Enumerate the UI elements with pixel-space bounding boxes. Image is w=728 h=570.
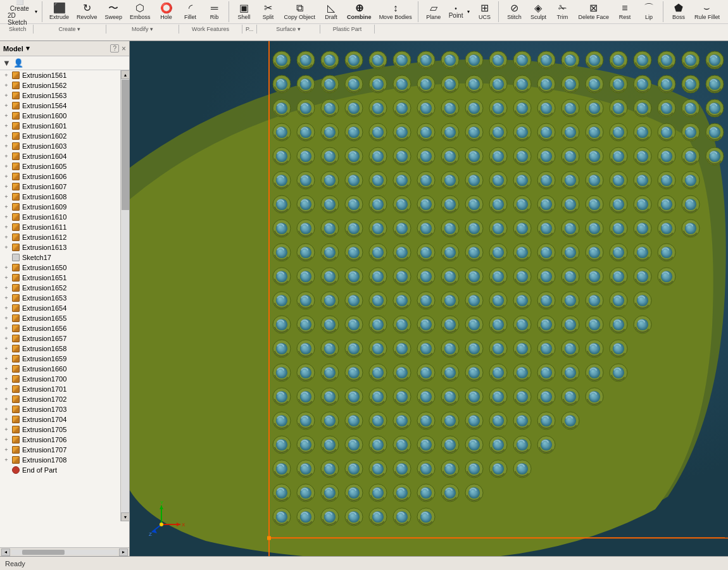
plane-btn[interactable]: ▱ Plane — [422, 1, 445, 23]
scroll-up-btn[interactable]: ▴ — [121, 70, 130, 79]
tree-item-extrusion1609[interactable]: +Extrusion1609 — [0, 202, 129, 212]
expand-icon[interactable]: + — [3, 355, 10, 362]
tree-item-extrusion1610[interactable]: +Extrusion1610 — [0, 212, 129, 222]
expand-icon[interactable]: + — [3, 193, 10, 201]
expand-icon[interactable]: + — [3, 456, 10, 464]
tree-item-end-of-part[interactable]: End of Part — [0, 465, 129, 475]
scroll-down-btn[interactable]: ▾ — [121, 512, 130, 521]
tree-item-extrusion1563[interactable]: +Extrusion1563 — [0, 90, 129, 101]
tree-item-extrusion1650[interactable]: +Extrusion1650 — [0, 263, 129, 273]
scroll-right-btn[interactable]: ▸ — [119, 548, 128, 556]
tree-item-extrusion1606[interactable]: +Extrusion1606 — [0, 171, 129, 182]
extrude-btn[interactable]: ⬛ Extrude — [46, 1, 72, 23]
rest-btn[interactable]: ≡ Rest — [613, 1, 636, 23]
expand-icon[interactable]: + — [3, 82, 10, 89]
tree-item-extrusion1654[interactable]: +Extrusion1654 — [0, 303, 129, 313]
scroll-left-btn[interactable]: ◂ — [1, 548, 10, 556]
sidebar-help-btn[interactable]: ? — [110, 44, 119, 53]
expand-icon[interactable]: + — [3, 335, 10, 342]
tree-item-extrusion1707[interactable]: +Extrusion1707 — [0, 445, 129, 455]
tree-item-extrusion1704[interactable]: +Extrusion1704 — [0, 414, 129, 424]
tree-area[interactable]: +Extrusion1561+Extrusion1562+Extrusion15… — [0, 70, 129, 547]
rule-fillet-btn[interactable]: ⌣ Rule Fillet — [691, 1, 723, 23]
expand-icon[interactable]: + — [3, 345, 10, 352]
tree-item-extrusion1564[interactable]: +Extrusion1564 — [0, 101, 129, 111]
expand-icon[interactable]: + — [3, 284, 10, 292]
tree-item-sketch17[interactable]: Sketch17 — [0, 252, 129, 263]
sidebar-dropdown-arrow[interactable]: ▾ — [26, 44, 30, 53]
tree-item-extrusion1611[interactable]: +Extrusion1611 — [0, 222, 129, 232]
tree-item-extrusion1659[interactable]: +Extrusion1659 — [0, 354, 129, 364]
copy-object-btn[interactable]: ⧉ Copy Object — [281, 1, 319, 23]
tree-item-extrusion1603[interactable]: +Extrusion1603 — [0, 141, 129, 151]
tree-item-extrusion1652[interactable]: +Extrusion1652 — [0, 283, 129, 293]
expand-icon[interactable]: + — [3, 142, 10, 150]
expand-icon[interactable]: + — [3, 365, 10, 373]
tree-item-extrusion1701[interactable]: +Extrusion1701 — [0, 384, 129, 394]
expand-icon[interactable]: + — [3, 223, 10, 231]
split-btn[interactable]: ✂ Split — [257, 1, 280, 23]
sculpt-btn[interactable]: ◈ Sculpt — [527, 1, 549, 23]
tree-item-extrusion1708[interactable]: +Extrusion1708 — [0, 455, 129, 465]
expand-icon[interactable]: + — [3, 426, 10, 433]
expand-icon[interactable]: + — [3, 325, 10, 332]
expand-icon[interactable]: + — [3, 446, 10, 454]
hscroll-thumb[interactable] — [22, 550, 65, 555]
vscroll-thumb[interactable] — [122, 80, 129, 210]
ucs-btn[interactable]: ⊞ UCS — [473, 1, 496, 23]
tree-item-extrusion1562[interactable]: +Extrusion1562 — [0, 80, 129, 90]
tree-item-extrusion1600[interactable]: +Extrusion1600 — [0, 111, 129, 121]
group-icon[interactable]: 👤 — [13, 58, 23, 68]
stitch-btn[interactable]: ⊘ Stitch — [503, 1, 525, 23]
move-bodies-btn[interactable]: ↕ Move Bodies — [376, 1, 415, 23]
tree-item-extrusion1612[interactable]: +Extrusion1612 — [0, 232, 129, 242]
tree-item-extrusion1660[interactable]: +Extrusion1660 — [0, 364, 129, 374]
tree-item-extrusion1700[interactable]: +Extrusion1700 — [0, 374, 129, 384]
expand-icon[interactable]: + — [3, 406, 10, 413]
expand-icon[interactable]: + — [3, 375, 10, 383]
3d-viewport[interactable]: Y X Z — [130, 41, 728, 556]
expand-icon[interactable] — [3, 466, 10, 474]
lip-btn[interactable]: ⌒ Lip — [637, 1, 660, 23]
expand-icon[interactable]: + — [3, 213, 10, 221]
expand-icon[interactable]: + — [3, 416, 10, 423]
vertical-scrollbar[interactable]: ▴ ▾ — [120, 70, 129, 521]
rib-btn[interactable]: ═ Rib — [203, 1, 226, 23]
expand-icon[interactable]: + — [3, 203, 10, 211]
tree-item-extrusion1658[interactable]: +Extrusion1658 — [0, 344, 129, 354]
expand-icon[interactable]: + — [3, 122, 10, 130]
tree-item-extrusion1651[interactable]: +Extrusion1651 — [0, 273, 129, 283]
horizontal-scrollbar[interactable]: ◂ ▸ — [0, 547, 129, 556]
expand-icon[interactable]: + — [3, 132, 10, 140]
expand-icon[interactable]: + — [3, 294, 10, 302]
tree-item-extrusion1561[interactable]: +Extrusion1561 — [0, 70, 129, 80]
tree-item-extrusion1656[interactable]: +Extrusion1656 — [0, 323, 129, 333]
point-btn[interactable]: • Point ▾ — [446, 1, 472, 23]
expand-icon[interactable]: + — [3, 183, 10, 190]
delete-face-btn[interactable]: ⊠ Delete Face — [575, 1, 612, 23]
hole-btn[interactable]: ⭕ Hole — [155, 1, 178, 23]
sidebar-close-btn[interactable]: × — [122, 44, 126, 53]
tree-item-extrusion1608[interactable]: +Extrusion1608 — [0, 192, 129, 202]
expand-icon[interactable]: + — [3, 152, 10, 160]
tree-item-extrusion1703[interactable]: +Extrusion1703 — [0, 404, 129, 414]
filter-icon[interactable]: ▼ — [3, 58, 11, 68]
expand-icon[interactable]: + — [3, 173, 10, 180]
boss-btn[interactable]: ⬟ Boss — [667, 1, 690, 23]
tree-item-extrusion1657[interactable]: +Extrusion1657 — [0, 333, 129, 344]
expand-icon[interactable]: + — [3, 314, 10, 322]
tree-item-extrusion1601[interactable]: +Extrusion1601 — [0, 121, 129, 131]
tree-item-extrusion1604[interactable]: +Extrusion1604 — [0, 151, 129, 161]
fillet-btn[interactable]: ◜ Fillet — [179, 1, 202, 23]
tree-item-extrusion1706[interactable]: +Extrusion1706 — [0, 435, 129, 445]
expand-icon[interactable]: + — [3, 395, 10, 403]
expand-icon[interactable]: + — [3, 233, 10, 241]
tree-item-extrusion1607[interactable]: +Extrusion1607 — [0, 182, 129, 192]
tree-item-extrusion1605[interactable]: +Extrusion1605 — [0, 161, 129, 171]
revolve-btn[interactable]: ↻ Revolve — [73, 1, 101, 23]
expand-icon[interactable]: + — [3, 102, 10, 109]
tree-item-extrusion1705[interactable]: +Extrusion1705 — [0, 424, 129, 435]
expand-icon[interactable] — [3, 254, 10, 261]
tree-item-extrusion1653[interactable]: +Extrusion1653 — [0, 293, 129, 303]
create-2d-sketch-btn[interactable]: ⬜ Create 2D Sketch ▾ — [5, 1, 39, 23]
